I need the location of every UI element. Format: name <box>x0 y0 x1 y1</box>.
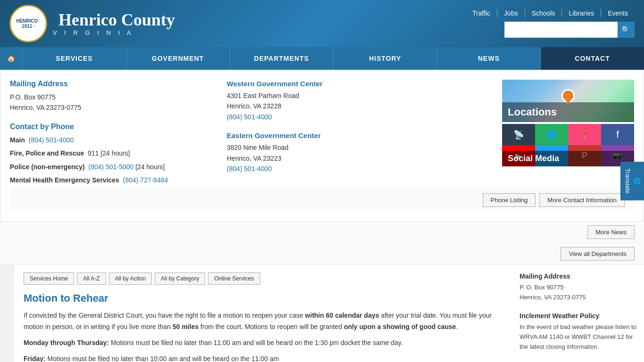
social-panel[interactable]: 📡 🌐 📍 f ▶ 🐦 <box>502 124 634 166</box>
nav-news[interactable]: NEWS <box>437 47 541 70</box>
article-para-1: If convicted by the General District Cou… <box>24 310 503 333</box>
county-name: Henrico County <box>58 11 175 30</box>
header-right: Traffic Jobs Schools Libraries Events 🔍 <box>466 9 635 38</box>
phone-group: Contact by Phone Main (804) 501-4000 Fir… <box>10 123 217 186</box>
locations-panel[interactable]: Locations <box>502 80 634 122</box>
contact-buttons: Phone Listing More Contact Information <box>10 188 634 212</box>
bold-mon-thu: Monday through Thursday: <box>24 339 109 346</box>
contact-left: Mailing Address P.O. Box 90775 Henrico, … <box>10 80 217 188</box>
eastern-address: 3820 Nine Mile Road Henrico, VA 23223 (8… <box>227 142 493 174</box>
fire-label: Fire, Police and Rescue <box>10 149 84 157</box>
traffic-link[interactable]: Traffic <box>466 9 497 17</box>
bold-friday: Friday: <box>24 355 46 362</box>
libraries-link[interactable]: Libraries <box>562 9 601 17</box>
top-links: Traffic Jobs Schools Libraries Events <box>466 9 635 17</box>
logo-area: HENRICO · 1611 · Henrico County V I R G … <box>9 5 175 42</box>
main-navbar: 🏠 SERVICES GOVERNMENT DEPARTMENTS HISTOR… <box>0 47 644 70</box>
view-all-depts-button[interactable]: View all Departments <box>561 247 635 261</box>
eastern-center: Eastern Government Center 3820 Nine Mile… <box>227 132 493 174</box>
western-phone[interactable]: (804) 501-4000 <box>227 113 272 121</box>
nav-departments[interactable]: DEPARTMENTS <box>230 47 334 70</box>
jobs-link[interactable]: Jobs <box>497 9 525 17</box>
bold-good-cause: only upon a showing of good cause <box>344 323 456 330</box>
contact-section: Mailing Address P.O. Box 90775 Henrico, … <box>0 70 644 222</box>
fire-phone-row: Fire, Police and Rescue 911 [24 hours] <box>10 148 217 158</box>
bold-60-days: within 60 calendar days <box>305 312 379 319</box>
main-label: Main <box>10 136 25 144</box>
mental-phone-link[interactable]: (804) 727-8484 <box>123 176 168 184</box>
western-center: Western Government Center 4301 East Parh… <box>227 80 493 122</box>
more-news-button[interactable]: More News <box>587 225 635 239</box>
search-area: 🔍 <box>504 22 635 38</box>
western-title: Western Government Center <box>227 80 493 88</box>
globe-icon[interactable]: 🌐 <box>535 124 568 145</box>
translate-icon: 🌐 <box>633 177 640 185</box>
fire-number: 911 [24 hours] <box>88 149 130 157</box>
sidebar-weather: Inclement Weather Policy In the event of… <box>520 312 636 352</box>
mental-phone-row: Mental Health Emergency Services (804) 7… <box>10 175 217 185</box>
subnav: Services Home All A-Z All by Action All … <box>24 272 503 285</box>
police-phone-link[interactable]: (804) 501-5000 <box>89 163 134 171</box>
police-phone-row: Police (non-emergency) (804) 501-5000 [2… <box>10 162 217 172</box>
phone-listing-button[interactable]: Phone Listing <box>483 193 536 207</box>
main-area: Services Home All A-Z All by Action All … <box>0 265 644 362</box>
translate-label: Translate <box>624 168 631 194</box>
home-icon: 🏠 <box>7 55 16 62</box>
article-body: If convicted by the General District Cou… <box>24 310 503 362</box>
nav-home[interactable]: 🏠 <box>0 47 23 70</box>
eastern-phone[interactable]: (804) 501-4000 <box>227 165 272 173</box>
mailing-address: P.O. Box 90775 Henrico, VA 23273-0775 <box>10 92 217 113</box>
bold-50-miles: 50 miles <box>173 323 198 330</box>
more-contact-button[interactable]: More Contact Information <box>539 193 625 207</box>
foursquare-icon[interactable]: 📍 <box>568 124 601 145</box>
state-name: V I R G I N I A <box>53 29 175 36</box>
mailing-title: Mailing Address <box>10 80 217 88</box>
subnav-all-category[interactable]: All by Category <box>155 272 205 285</box>
events-link[interactable]: Events <box>601 9 635 17</box>
facebook-icon[interactable]: f <box>601 124 634 145</box>
contact-middle: Western Government Center 4301 East Parh… <box>227 80 493 188</box>
nav-history[interactable]: HISTORY <box>333 47 437 70</box>
sidebar-mailing-address: P. O. Box 90775 Henrico, VA 23273-0775 <box>520 283 636 303</box>
article-title: Motion to Rehear <box>24 292 503 304</box>
subnav-all-action[interactable]: All by Action <box>109 272 152 285</box>
content-area: Services Home All A-Z All by Action All … <box>14 265 512 362</box>
sidebar-weather-title: Inclement Weather Policy <box>520 312 636 320</box>
main-phone-row: Main (804) 501-4000 <box>10 135 217 145</box>
more-depts-row: View all Departments <box>0 243 644 265</box>
schools-link[interactable]: Schools <box>525 9 562 17</box>
main-phone-link[interactable]: (804) 501-4000 <box>29 136 74 144</box>
locations-label: Locations <box>502 102 634 122</box>
nav-contact[interactable]: CONTACT <box>541 47 644 70</box>
article-para-3: Friday: Motions must be filed no later t… <box>24 354 503 362</box>
contact-right: Locations 📡 🌐 📍 f <box>502 80 634 188</box>
subnav-all-az[interactable]: All A-Z <box>77 272 106 285</box>
western-address: 4301 East Parham Road Henrico, VA 23228 … <box>227 90 493 122</box>
translate-button[interactable]: 🌐 Translate <box>620 162 644 200</box>
eastern-title: Eastern Government Center <box>227 132 493 140</box>
search-input[interactable] <box>504 22 618 38</box>
nav-government[interactable]: GOVERNMENT <box>126 47 230 70</box>
sidebar-mailing: Mailing Address P. O. Box 90775 Henrico,… <box>520 272 636 303</box>
county-seal: HENRICO · 1611 · <box>9 5 47 42</box>
article-para-2: Monday through Thursday: Motions must be… <box>24 337 503 349</box>
police-label: Police (non-emergency) <box>10 163 85 171</box>
subnav-services-home[interactable]: Services Home <box>24 272 74 285</box>
site-header: HENRICO · 1611 · Henrico County V I R G … <box>0 0 644 47</box>
social-label: Social Media <box>502 151 634 166</box>
more-news-row: More News <box>0 222 644 243</box>
rss-icon[interactable]: 📡 <box>502 124 535 145</box>
subnav-online-services[interactable]: Online Services <box>208 272 260 285</box>
mental-label: Mental Health Emergency Services <box>10 176 119 184</box>
sidebar-mailing-title: Mailing Address <box>520 272 636 280</box>
left-sidebar <box>0 265 14 362</box>
search-button[interactable]: 🔍 <box>618 22 635 38</box>
sidebar-weather-text: In the event of bad weather please liste… <box>520 322 636 352</box>
phone-title: Contact by Phone <box>10 123 217 131</box>
nav-services[interactable]: SERVICES <box>23 47 126 70</box>
right-sidebar: Mailing Address P. O. Box 90775 Henrico,… <box>512 265 644 362</box>
